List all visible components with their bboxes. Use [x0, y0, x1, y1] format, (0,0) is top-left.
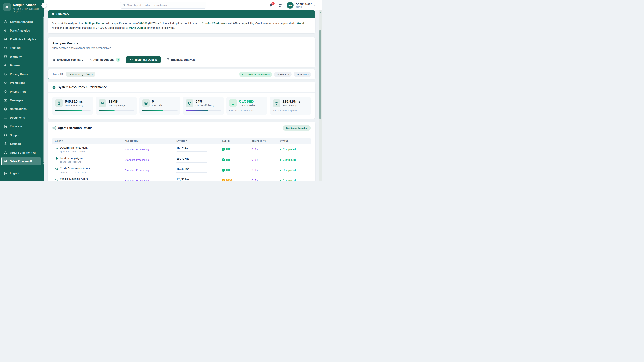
network-icon [52, 126, 56, 130]
sidebar-collapse-button[interactable] [42, 3, 47, 8]
sidebar-item-contracts[interactable]: Contracts [0, 122, 42, 131]
sidebar-item-predictive-analytics[interactable]: Predictive Analytics [0, 35, 42, 43]
status-dot-icon [280, 180, 281, 181]
server-icon [142, 99, 150, 107]
bell-icon [4, 107, 7, 111]
sidebar-item-service-analytics[interactable]: Service Analytics [0, 17, 42, 26]
sidebar-item-support[interactable]: Support [0, 131, 42, 139]
sidebar-item-label: Promotions [10, 81, 25, 84]
tab-technical-details[interactable]: Technical Details [126, 56, 161, 63]
sidebar-item-label: Support [10, 134, 20, 137]
algorithm-link[interactable]: Standard Processing [125, 148, 149, 151]
sidebar-item-label: Pricing Tiers [10, 90, 27, 93]
trace-bar: Trace ID: trace-n7byh7kn0s ALL SPANS COM… [48, 69, 316, 79]
brand-logo [3, 3, 11, 11]
notifications-button[interactable]: 4 [268, 3, 273, 7]
column-header-agent: AGENT [52, 138, 122, 144]
summary-segment: with a qualification score of [106, 22, 139, 25]
chip-icon [98, 99, 106, 107]
metric-progress [142, 110, 178, 111]
sidebar-item-label: Parts Analytics [10, 29, 30, 32]
analysis-results-card: Analysis Results View detailed analysis … [48, 37, 316, 67]
scroll-up-icon[interactable] [320, 11, 321, 13]
metric-value: 64% [196, 99, 214, 103]
main-area: 4 AU Admin User admin [44, 0, 322, 181]
algorithm-link[interactable]: Standard Processing [125, 169, 149, 172]
metric-value: 0 [152, 99, 162, 103]
metric-label: Cache Efficiency [196, 104, 214, 107]
search-input[interactable] [127, 4, 204, 7]
table-row[interactable]: Lead Scoring Agent span:lead-scoring Sta… [52, 155, 311, 165]
sidebar-item-label: Pricing Rules [10, 72, 28, 76]
sidebar-item-parts-analytics[interactable]: Parts Analytics [0, 26, 42, 35]
sidebar-item-sales-pipeline-ai[interactable]: Sales Pipeline AI [1, 157, 41, 165]
user-role: admin [296, 5, 312, 8]
sidebar-item-pricing-tiers[interactable]: Pricing Tiers [0, 87, 42, 96]
sync-icon [186, 99, 193, 107]
summary-text: Successfully analyzed lead Philippe Dura… [48, 18, 316, 33]
agents-count-badge: 13 AGENTS [274, 72, 292, 77]
analysis-subtitle: View detailed analysis from different pe… [52, 46, 311, 50]
agent-execution-card: Agent Execution Details Distributed Exec… [48, 122, 316, 181]
search-box[interactable] [120, 2, 206, 8]
head-gear-icon [4, 37, 7, 41]
notification-count-badge: 4 [271, 2, 274, 5]
table-row[interactable]: Credit Assessment Agent span:credit-asse… [52, 165, 311, 175]
sidebar-item-training[interactable]: Training [0, 43, 42, 52]
metric-label: Total Processing [65, 104, 83, 107]
envelope-icon [4, 98, 7, 102]
trace-id-chip[interactable]: trace-n7byh7kn0s [66, 72, 95, 77]
summary-segment: for immediate follow-up. [146, 26, 175, 29]
headset-icon [4, 133, 7, 137]
graduation-cap-icon [4, 46, 7, 50]
metric-circuit-breaker: CLOSED Circuit Breaker Fail-fast protect… [226, 96, 267, 115]
tab-agentic-actions[interactable]: Agentic Actions 3 [89, 58, 120, 62]
brand-tagline: Agents in Motion Business in Progress [13, 7, 41, 13]
sidebar-item-messages[interactable]: Messages [0, 96, 42, 105]
metric-label: P95 Latency [282, 104, 300, 107]
tab-business-analysis[interactable]: Business Analysis [166, 58, 196, 61]
sidebar-item-pricing-rules[interactable]: Pricing Rules [0, 70, 42, 78]
sidebar-item-order-fulfillment-ai[interactable]: Order Fulfillment AI [0, 148, 42, 157]
algorithm-link[interactable]: Standard Processing [125, 179, 149, 181]
algorithm-link[interactable]: Standard Processing [125, 158, 149, 161]
latency-value: 17,319ms [176, 178, 216, 181]
sidebar-item-settings[interactable]: Settings [0, 139, 42, 148]
sidebar-item-notifications[interactable]: Notifications [0, 105, 42, 113]
x-circle-icon: × [222, 179, 225, 181]
page-scrollbar-thumb[interactable] [320, 30, 321, 119]
metric-label: Circuit Breaker [239, 104, 256, 107]
bar-chart-icon [166, 58, 170, 61]
sidebar-item-promotions[interactable]: Promotions [0, 78, 42, 87]
table-row[interactable]: Data Enrichment Agent span:data-enrichme… [52, 144, 311, 155]
table-row[interactable]: Vehicle Matching Agent span:vehicle-matc… [52, 175, 311, 181]
sidebar-scrollbar[interactable] [42, 16, 44, 165]
page-scrollbar[interactable] [319, 10, 322, 181]
summary-header: Summary [48, 10, 316, 18]
agent-execution-title: Agent Execution Details [58, 126, 92, 130]
agent-table: AGENT ALGORITHM LATENCY CACHE COMPLEXITY… [48, 134, 316, 181]
sidebar-item-documents[interactable]: Documents [0, 113, 42, 122]
cart-button[interactable] [278, 3, 282, 7]
shield-icon [229, 99, 237, 107]
logout-button[interactable]: Logout [0, 169, 44, 178]
sidebar-item-warranty[interactable]: Warranty [0, 52, 42, 61]
column-header-cache: CACHE [219, 138, 249, 144]
sidebar-item-label: Returns [10, 64, 20, 67]
summary-segment: Successfully analyzed lead [52, 22, 85, 25]
sidebar-item-label: Settings [10, 142, 21, 145]
sidebar-item-label: Contracts [10, 125, 23, 128]
sidebar-scrollbar-thumb[interactable] [43, 18, 44, 162]
return-arrow-icon [4, 64, 7, 67]
sidebar-item-returns[interactable]: Returns [0, 61, 42, 70]
flask-icon [4, 151, 7, 154]
map-pin-icon [55, 157, 58, 160]
scroll-up-icon[interactable] [43, 16, 44, 17]
lead-name: Philippe Durand [85, 22, 106, 25]
user-menu[interactable]: AU Admin User admin [286, 2, 316, 9]
column-header-complexity: COMPLEXITY [249, 138, 277, 144]
system-resources-title: System Resources & Performance [58, 85, 107, 89]
column-header-status: STATUS [277, 138, 311, 144]
scroll-down-icon[interactable] [43, 163, 44, 164]
tab-executive-summary[interactable]: Executive Summary [52, 58, 83, 61]
